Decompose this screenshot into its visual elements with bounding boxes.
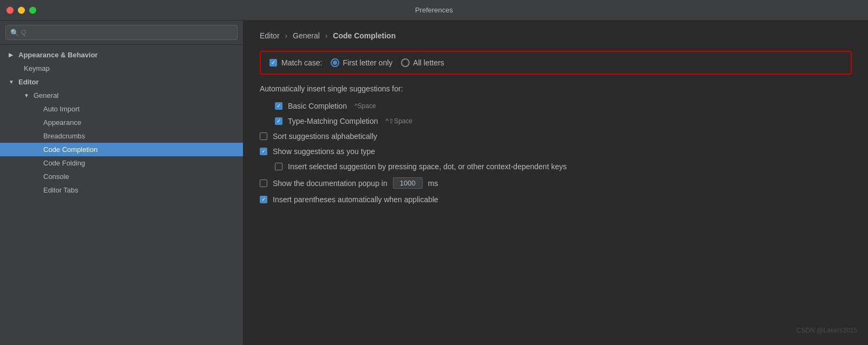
check-icon: ✓ [271, 60, 275, 65]
breadcrumb-sep-2: › [325, 31, 330, 40]
sidebar-item-breadcrumbs[interactable]: Breadcrumbs [0, 129, 243, 143]
insert-selected-checkbox[interactable] [275, 163, 282, 170]
show-doc-popup-checkbox[interactable] [260, 180, 267, 187]
sidebar-item-general[interactable]: ▼ General [0, 89, 243, 102]
sidebar-item-label: Console [43, 172, 69, 181]
search-icon: 🔍 [10, 29, 19, 37]
sidebar-item-label: Code Completion [43, 145, 97, 154]
sidebar-item-label: Auto Import [43, 105, 80, 113]
breadcrumb-part-2: General [293, 31, 320, 40]
basic-completion-label: Basic Completion [288, 102, 347, 110]
radio-first-letter[interactable]: First letter only [331, 58, 392, 67]
sidebar-item-editor[interactable]: ▼ Editor [0, 75, 243, 89]
option-basic-completion: ✓ Basic Completion ^Space [260, 98, 852, 114]
check-icon: ✓ [261, 149, 266, 154]
check-icon: ✓ [277, 118, 281, 124]
radio-first-letter-label: First letter only [343, 58, 392, 67]
match-case-box: ✓ Match case: First letter only All lett… [260, 51, 852, 75]
sidebar-item-label: Editor Tabs [43, 186, 78, 194]
option-insert-parens: ✓ Insert parentheses automatically when … [260, 192, 852, 207]
search-bar: 🔍 [0, 21, 243, 45]
option-insert-selected: Insert selected suggestion by pressing s… [260, 159, 852, 174]
type-matching-label: Type-Matching Completion [288, 117, 378, 125]
check-icon: ✓ [277, 103, 281, 109]
breadcrumb: Editor › General › Code Completion [260, 31, 852, 40]
radio-group: First letter only All letters [331, 58, 444, 67]
sidebar-item-label: Appearance & Behavior [18, 51, 98, 59]
type-matching-checkbox[interactable]: ✓ [275, 117, 282, 125]
insert-parens-label: Insert parentheses automatically when ap… [273, 195, 438, 204]
match-case-label: Match case: [281, 58, 322, 67]
traffic-lights [6, 6, 36, 14]
type-matching-shortcut: ^⇧Space [386, 117, 413, 125]
doc-popup-input[interactable] [393, 177, 423, 189]
basic-completion-checkbox[interactable]: ✓ [275, 102, 282, 110]
sidebar-item-label: Keymap [24, 64, 50, 72]
sidebar-item-console[interactable]: Console [0, 170, 243, 183]
search-input-wrapper[interactable]: 🔍 [5, 25, 238, 40]
chevron-right-icon: ▶ [9, 52, 15, 58]
show-doc-popup-label: Show the documentation popup in [273, 179, 387, 188]
minimize-button[interactable] [18, 6, 25, 14]
chevron-down-icon: ▼ [9, 79, 15, 85]
close-button[interactable] [6, 6, 14, 14]
doc-popup-suffix: ms [428, 179, 438, 188]
sidebar-item-appearance-behavior[interactable]: ▶ Appearance & Behavior [0, 48, 243, 62]
sidebar-item-label: Breadcrumbs [43, 132, 85, 140]
radio-first-letter-button[interactable] [331, 58, 339, 67]
sidebar-item-code-completion[interactable]: Code Completion [0, 143, 243, 156]
sidebar-item-keymap[interactable]: Keymap [0, 62, 243, 75]
breadcrumb-part-1: Editor [260, 31, 280, 40]
auto-insert-title: Automatically insert single suggestions … [260, 84, 852, 93]
option-sort-alphabetically: Sort suggestions alphabetically [260, 129, 852, 144]
sidebar-item-label: Code Folding [43, 159, 85, 167]
sidebar-item-label: Appearance [43, 118, 81, 127]
match-case-checkbox[interactable]: ✓ [269, 59, 277, 67]
radio-all-letters-label: All letters [413, 58, 444, 67]
breadcrumb-part-3: Code Completion [333, 31, 396, 40]
chevron-down-icon: ▼ [24, 92, 30, 98]
sidebar-item-label: Editor [18, 78, 39, 86]
window-title: Preferences [415, 6, 453, 14]
content-area: Editor › General › Code Completion ✓ Mat… [244, 21, 868, 345]
insert-selected-label: Insert selected suggestion by pressing s… [288, 162, 567, 171]
option-show-as-type: ✓ Show suggestions as you type [260, 144, 852, 159]
title-bar: Preferences [0, 0, 868, 21]
radio-all-letters-button[interactable] [401, 58, 410, 67]
search-field[interactable] [21, 29, 233, 36]
radio-all-letters[interactable]: All letters [401, 58, 444, 67]
breadcrumb-sep-1: › [285, 31, 290, 40]
basic-completion-shortcut: ^Space [354, 102, 376, 110]
option-show-doc-popup: Show the documentation popup in ms [260, 174, 852, 192]
match-case-row: ✓ Match case: [269, 58, 322, 67]
insert-parens-checkbox[interactable]: ✓ [260, 196, 267, 203]
sidebar-nav: ▶ Appearance & Behavior Keymap ▼ Editor … [0, 45, 243, 345]
sidebar-item-editor-tabs[interactable]: Editor Tabs [0, 183, 243, 197]
sort-alphabetically-checkbox[interactable] [260, 132, 267, 140]
sidebar-item-code-folding[interactable]: Code Folding [0, 156, 243, 170]
sidebar-item-label: General [34, 91, 58, 99]
sort-alphabetically-label: Sort suggestions alphabetically [273, 132, 377, 141]
check-icon: ✓ [261, 197, 266, 202]
main-container: 🔍 ▶ Appearance & Behavior Keymap ▼ Edito… [0, 21, 868, 345]
show-as-type-label: Show suggestions as you type [273, 147, 375, 156]
sidebar-item-appearance[interactable]: Appearance [0, 116, 243, 129]
sidebar-item-auto-import[interactable]: Auto Import [0, 102, 243, 116]
maximize-button[interactable] [29, 6, 36, 14]
sidebar: 🔍 ▶ Appearance & Behavior Keymap ▼ Edito… [0, 21, 244, 345]
show-as-type-checkbox[interactable]: ✓ [260, 148, 267, 155]
option-type-matching: ✓ Type-Matching Completion ^⇧Space [260, 114, 852, 129]
